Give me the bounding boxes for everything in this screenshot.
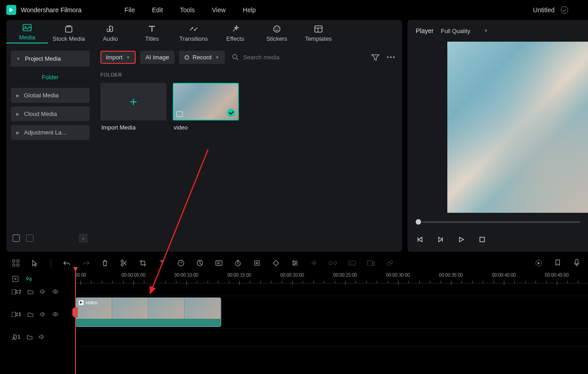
- link-track-icon[interactable]: [25, 274, 33, 284]
- track-header-video-2[interactable]: 2: [5, 285, 75, 298]
- preview-viewport[interactable]: [447, 42, 588, 213]
- effects-icon: [231, 24, 240, 34]
- delete-icon[interactable]: [100, 258, 110, 268]
- svg-point-5: [278, 28, 279, 29]
- add-track-icon[interactable]: [12, 274, 19, 284]
- layout-icon[interactable]: [11, 258, 21, 268]
- svg-rect-20: [367, 261, 373, 265]
- visibility-icon[interactable]: [52, 312, 59, 316]
- tab-transitions[interactable]: Transitions: [173, 24, 214, 42]
- import-button[interactable]: Import ▼: [100, 51, 136, 64]
- marker-icon[interactable]: [553, 258, 563, 268]
- timeline-panel: 2 1 1 00:0000:00:05:0000:00:10:0000:00:1…: [0, 252, 588, 347]
- sidebar-global-media[interactable]: ▶ Global Media: [11, 88, 90, 103]
- sidebar-project-media[interactable]: ▼ Project Media: [11, 51, 90, 67]
- timeline-ruler[interactable]: 00:0000:00:05:0000:00:10:0000:00:15:0000…: [75, 273, 588, 283]
- ai-icon[interactable]: [214, 258, 224, 268]
- new-folder-icon[interactable]: [13, 235, 20, 242]
- voiceover-icon[interactable]: [572, 258, 582, 268]
- more-icon[interactable]: •••: [387, 54, 396, 61]
- keyframe-add-icon[interactable]: [252, 258, 262, 268]
- enhance-icon[interactable]: [385, 258, 395, 268]
- tab-stock-media[interactable]: Stock Media: [48, 24, 90, 42]
- menu-file[interactable]: File: [124, 6, 135, 14]
- chevron-down-icon: ▼: [484, 29, 488, 33]
- audio-mix-icon[interactable]: [309, 258, 319, 268]
- sidebar-folder[interactable]: Folder: [11, 70, 90, 84]
- adjust-icon[interactable]: [290, 258, 300, 268]
- new-bin-icon[interactable]: [26, 235, 33, 242]
- split-icon[interactable]: [119, 258, 129, 268]
- document-title-group: Untitled: [533, 6, 568, 14]
- svg-rect-12: [17, 264, 19, 266]
- mute-icon[interactable]: [40, 312, 46, 317]
- ai-image-button[interactable]: AI Image: [140, 51, 175, 64]
- folder-icon[interactable]: [28, 289, 33, 294]
- redo-icon[interactable]: [81, 258, 91, 268]
- sync-status-icon[interactable]: [561, 6, 568, 14]
- track-video-1[interactable]: video: [75, 296, 588, 329]
- playback-slider[interactable]: [408, 213, 588, 231]
- track-header-audio-1[interactable]: 1: [5, 331, 75, 343]
- chevron-down-icon: ▼: [126, 55, 130, 60]
- tab-effects[interactable]: Effects: [214, 24, 256, 42]
- quality-dropdown[interactable]: Full Quality ▼: [441, 28, 488, 34]
- slider-knob[interactable]: [416, 219, 421, 225]
- folder-icon[interactable]: [28, 312, 33, 317]
- collapse-sidebar-icon[interactable]: ‹: [79, 234, 88, 243]
- svg-rect-27: [12, 289, 16, 294]
- track-audio-1[interactable]: [75, 329, 588, 347]
- sidebar-cloud-media[interactable]: ▶ Cloud Media: [11, 106, 90, 121]
- record-button[interactable]: Record ▼: [179, 51, 225, 64]
- device-icon[interactable]: [366, 258, 376, 268]
- svg-rect-19: [348, 261, 356, 265]
- mute-icon[interactable]: [40, 289, 46, 294]
- menu-view[interactable]: View: [212, 6, 226, 14]
- chevron-right-icon: ▶: [16, 112, 19, 116]
- chevron-down-icon: ▼: [215, 55, 219, 60]
- track-header-video-1[interactable]: 1: [5, 298, 75, 331]
- playhead[interactable]: [75, 269, 76, 374]
- speed-icon[interactable]: [176, 258, 186, 268]
- tab-titles[interactable]: Titles: [131, 24, 173, 42]
- mute-icon[interactable]: [39, 334, 45, 340]
- import-media-card[interactable]: + Import Media: [100, 83, 166, 134]
- track-video-2[interactable]: [75, 283, 588, 296]
- visibility-icon[interactable]: [52, 289, 59, 294]
- duration-icon[interactable]: [233, 258, 243, 268]
- menu-edit[interactable]: Edit: [152, 6, 163, 14]
- video-thumbnail: [173, 83, 239, 120]
- clip-trim-handle[interactable]: [72, 307, 78, 317]
- crop-icon[interactable]: [138, 258, 148, 268]
- filter-icon[interactable]: [371, 54, 379, 61]
- render-icon[interactable]: [534, 258, 544, 268]
- tab-templates[interactable]: Templates: [298, 24, 339, 42]
- app-name: Wondershare Filmora: [21, 6, 81, 14]
- svg-rect-29: [12, 312, 16, 317]
- stop-button[interactable]: [478, 235, 486, 244]
- folder-icon[interactable]: [27, 335, 33, 340]
- svg-point-30: [55, 313, 57, 315]
- transitions-icon: [189, 24, 198, 34]
- color-icon[interactable]: [195, 258, 205, 268]
- undo-icon[interactable]: [62, 258, 72, 268]
- text-icon[interactable]: [157, 258, 167, 268]
- search-input[interactable]: [243, 54, 334, 61]
- tab-stickers[interactable]: Stickers: [256, 24, 298, 42]
- step-forward-button[interactable]: [436, 235, 445, 244]
- menu-tools[interactable]: Tools: [180, 6, 195, 14]
- prev-frame-button[interactable]: [416, 235, 424, 244]
- timeline-clip[interactable]: video: [76, 297, 221, 327]
- search-icon: [232, 54, 239, 61]
- cursor-icon[interactable]: [30, 258, 40, 268]
- play-button[interactable]: [457, 235, 465, 244]
- app-logo: [6, 5, 16, 15]
- media-clip-card[interactable]: video: [173, 83, 239, 134]
- keyframe-icon[interactable]: [271, 258, 281, 268]
- subtitle-icon[interactable]: [347, 258, 357, 268]
- menu-help[interactable]: Help: [243, 6, 256, 14]
- link-icon[interactable]: [328, 258, 338, 268]
- tab-audio[interactable]: Audio: [90, 24, 131, 42]
- tab-media[interactable]: Media: [6, 23, 48, 43]
- sidebar-adjustment-layer[interactable]: ▶ Adjustment La...: [11, 125, 90, 140]
